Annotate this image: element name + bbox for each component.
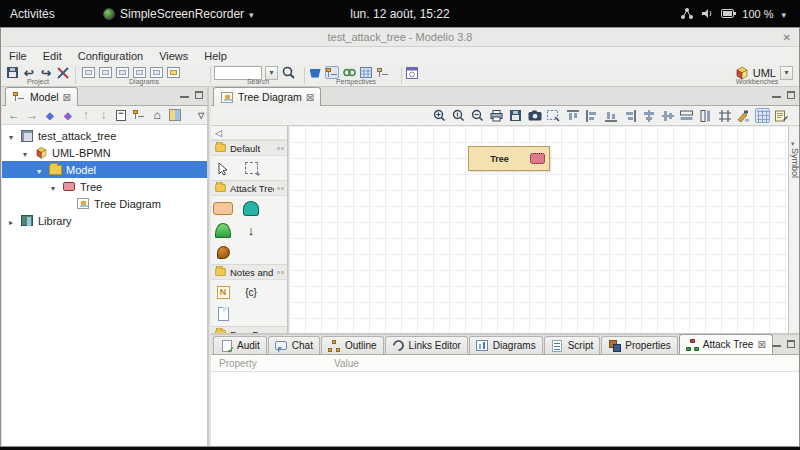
matrix-button[interactable] (166, 66, 180, 79)
tab-model[interactable]: Model (5, 87, 78, 106)
flat-view-button[interactable] (133, 109, 145, 121)
external-document-tool[interactable] (213, 305, 233, 323)
search-icon[interactable] (281, 66, 295, 79)
dev-perspective-button[interactable] (376, 66, 390, 79)
back-button[interactable] (8, 108, 20, 122)
state-diagram-button[interactable] (115, 66, 129, 79)
expander-icon[interactable] (6, 130, 16, 142)
tree-row-project[interactable]: test_attack_tree (2, 127, 207, 144)
tab-outline[interactable]: Outline (321, 336, 384, 354)
home-button[interactable] (151, 108, 163, 122)
tree-row-tree[interactable]: Tree (2, 178, 207, 195)
marquee-zoom-tool[interactable] (241, 159, 261, 177)
palette-section-attack-tree[interactable]: Attack Tree (211, 180, 287, 196)
print-icon[interactable] (489, 108, 504, 123)
menu-file[interactable]: File (1, 48, 35, 64)
system-tray[interactable]: 100 % (681, 0, 786, 27)
related-back-button[interactable] (44, 110, 56, 121)
save-button[interactable] (5, 66, 19, 79)
select-zone-icon[interactable] (546, 108, 561, 123)
bucket-icon[interactable] (308, 66, 322, 79)
expander-icon[interactable] (48, 181, 58, 193)
column-value[interactable]: Value (334, 358, 359, 369)
tab-script[interactable]: Script (544, 336, 601, 354)
zoom-actual-icon[interactable] (451, 108, 466, 123)
close-icon[interactable] (306, 91, 314, 103)
counter-measure-tool[interactable] (213, 243, 233, 261)
tab-properties[interactable]: Properties (601, 336, 678, 354)
move-up-button[interactable] (80, 108, 92, 122)
and-gate-tool[interactable] (241, 199, 261, 217)
edit-symbol-icon[interactable] (774, 108, 789, 123)
move-down-button[interactable] (98, 108, 110, 122)
related-forward-button[interactable] (62, 110, 74, 121)
grid-toggle-icon[interactable] (755, 108, 770, 123)
zoom-out-icon[interactable] (470, 108, 485, 123)
collapse-all-button[interactable] (115, 110, 127, 121)
property-table-body[interactable] (211, 372, 799, 446)
class-diagram-button[interactable] (81, 66, 95, 79)
configure-button[interactable] (169, 109, 181, 121)
tree-row-model[interactable]: Model (2, 161, 207, 178)
maximize-icon[interactable] (787, 340, 795, 348)
palette-section-default[interactable]: Default (211, 140, 287, 156)
center-vertically-icon[interactable] (641, 108, 656, 123)
selection-tool[interactable] (213, 159, 233, 177)
connector-tool[interactable] (241, 221, 261, 239)
menu-views[interactable]: Views (151, 48, 196, 64)
expander-icon[interactable] (6, 215, 16, 227)
same-height-icon[interactable] (698, 108, 713, 123)
menu-edit[interactable]: Edit (35, 48, 70, 64)
snapshot-icon[interactable] (527, 108, 542, 123)
tab-attack-tree[interactable]: Attack Tree (679, 334, 773, 354)
center-horizontally-icon[interactable] (660, 108, 675, 123)
palette-collapse-button[interactable] (211, 126, 287, 140)
tab-tree-diagram[interactable]: Tree Diagram (213, 87, 321, 106)
minimize-icon[interactable] (772, 345, 781, 348)
palette-section-notes[interactable]: Notes and ... (211, 264, 287, 280)
close-icon[interactable] (757, 339, 765, 350)
tab-chat[interactable]: Chat (268, 336, 320, 354)
app-menu[interactable]: SimpleScreenRecorder (103, 0, 254, 27)
tree-row-tree-diagram[interactable]: Tree Diagram (2, 195, 207, 212)
close-icon[interactable] (63, 91, 71, 103)
minimize-icon[interactable] (772, 96, 781, 99)
constraint-tool[interactable] (241, 283, 261, 301)
align-top-icon[interactable] (565, 108, 580, 123)
minimize-icon[interactable] (180, 96, 189, 99)
note-tool[interactable] (213, 283, 233, 301)
workbench-dropdown-button[interactable] (780, 66, 793, 80)
menu-configuration[interactable]: Configuration (70, 48, 151, 64)
tree-row-uml-bpmn[interactable]: UML-BPMN (2, 144, 207, 161)
align-right-icon[interactable] (622, 108, 637, 123)
column-property[interactable]: Property (219, 358, 257, 369)
fit-frame-icon[interactable] (717, 108, 732, 123)
same-width-icon[interactable] (679, 108, 694, 123)
folder-icon (48, 163, 62, 176)
expander-icon[interactable] (20, 147, 30, 159)
tab-diagrams[interactable]: Diagrams (469, 336, 543, 354)
tab-audit[interactable]: Audit (213, 336, 267, 354)
tab-links-editor[interactable]: Links Editor (385, 336, 468, 354)
close-icon[interactable] (783, 31, 791, 43)
align-left-icon[interactable] (584, 108, 599, 123)
forward-button[interactable] (26, 108, 38, 122)
tools-button[interactable] (56, 66, 70, 79)
tree-row-library[interactable]: Library (2, 212, 207, 229)
align-bottom-icon[interactable] (603, 108, 618, 123)
tree-node[interactable]: Tree (468, 146, 550, 171)
menu-help[interactable]: Help (196, 48, 235, 64)
maximize-icon[interactable] (787, 91, 795, 99)
schedule-button[interactable] (405, 66, 419, 79)
expander-icon[interactable] (34, 164, 44, 176)
save-image-icon[interactable] (508, 108, 523, 123)
deployment-diagram-button[interactable] (98, 66, 112, 79)
view-menu-button[interactable] (195, 111, 207, 120)
model-explorer-perspective-button[interactable] (325, 66, 339, 79)
maximize-icon[interactable] (195, 91, 203, 99)
style-brush-icon[interactable] (736, 108, 751, 123)
or-gate-tool[interactable] (213, 221, 233, 239)
attack-node-tool[interactable] (213, 199, 233, 217)
zoom-in-icon[interactable] (432, 108, 447, 123)
activities-button[interactable]: Activités (10, 0, 55, 27)
